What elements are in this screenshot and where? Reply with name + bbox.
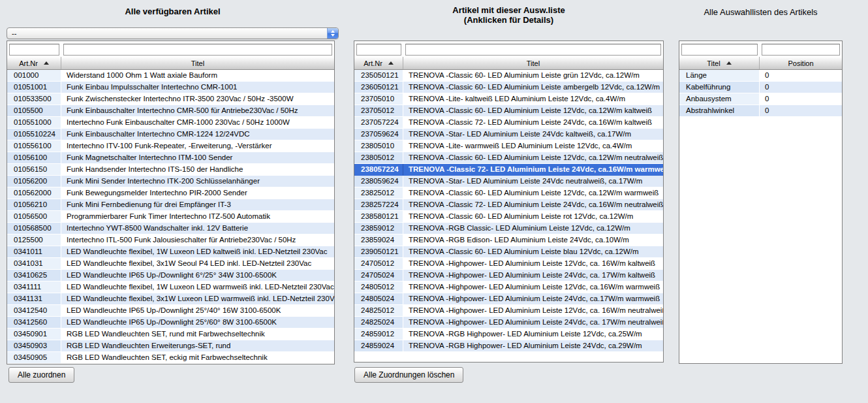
table-row[interactable]: 239050121TRENOVA -Classic 60- LED Alumin… bbox=[354, 246, 663, 258]
cell-titel: LED Wandleuchte IP65 Up-/Downlight 25°/4… bbox=[61, 305, 334, 317]
cell-titel: TRENOVA -Highpower- LED Aluminium Leiste… bbox=[403, 282, 663, 293]
table-row[interactable]: 24805012TRENOVA -Highpower- LED Aluminiu… bbox=[354, 282, 663, 293]
cell-artnr: 03410625 bbox=[7, 270, 61, 282]
filter-row bbox=[679, 41, 842, 57]
cell-titel: TRENOVA -RGB Classic- LED Aluminium Leis… bbox=[403, 223, 663, 234]
titel-filter-input[interactable] bbox=[63, 44, 332, 56]
table-row[interactable]: 238257224TRENOVA -Classic 72- LED Alumin… bbox=[354, 199, 663, 211]
cell-artnr: 010551000 bbox=[7, 117, 61, 129]
column-header-position[interactable]: Position bbox=[760, 57, 842, 69]
table-row[interactable]: 238580121TRENOVA -Classic 60- LED Alumin… bbox=[354, 211, 663, 223]
assign-all-button[interactable]: Alle zuordnen bbox=[8, 367, 74, 383]
table-row[interactable]: 24805024TRENOVA -Highpower- LED Aluminiu… bbox=[354, 293, 663, 305]
cell-artnr: 01051001 bbox=[7, 82, 61, 93]
table-row[interactable]: 238059624TRENOVA -Star- LED Aluminium Le… bbox=[354, 176, 663, 187]
table-row[interactable]: 0341031LED Wandleuchte flexibel, 3x1W Se… bbox=[7, 258, 334, 270]
table-row[interactable]: 23825012TRENOVA -Classic 60- LED Alumini… bbox=[354, 187, 663, 199]
artnr-filter-input[interactable] bbox=[9, 44, 59, 56]
table-row[interactable]: 24859024TRENOVA -RGB Highpower- LED Alum… bbox=[354, 340, 663, 352]
table-row[interactable]: 03412560LED Wandleuchte IP65 Up-/Downlig… bbox=[7, 317, 334, 329]
table-row[interactable]: 0105510224Funk Einbauschalter Intertechn… bbox=[7, 129, 334, 140]
column-header-titel[interactable]: Titel bbox=[679, 57, 760, 69]
cell-artnr: 23705012 bbox=[354, 105, 403, 117]
column-header-artnr[interactable]: Art.Nr bbox=[7, 57, 61, 69]
table-row[interactable]: 010562000Funk Bewegungsmelder Intertechn… bbox=[7, 187, 334, 199]
column-header-artnr[interactable]: Art.Nr bbox=[354, 57, 403, 69]
table-row[interactable]: 03450903RGB LED Wandleuchten Erweiterung… bbox=[7, 340, 334, 352]
table-row[interactable]: 0105500Funk Einbauschalter Intertechno C… bbox=[7, 105, 334, 117]
cell-titel: TRENOVA -Classic 72- LED Aluminium Leist… bbox=[403, 117, 663, 129]
cell-titel: RGB LED Wandleuchten SET, rund mit Farbw… bbox=[61, 329, 334, 340]
table-row[interactable]: 03410625LED Wandleuchte IP65 Up-/Downlig… bbox=[7, 270, 334, 282]
cell-titel: TRENOVA -Star- LED Aluminium Leiste 24Vd… bbox=[403, 176, 663, 187]
table-row[interactable]: 010556100Intertechno ITV-100 Funk-Repeat… bbox=[7, 140, 334, 152]
cell-titel: TRENOVA -Highpower- LED Aluminium Leiste… bbox=[403, 258, 663, 270]
table-row[interactable]: 03450905RGB LED Wandleuchten SET, eckig … bbox=[7, 352, 334, 364]
table-row[interactable]: 24705024TRENOVA -Highpower- LED Aluminiu… bbox=[354, 270, 663, 282]
table-row[interactable]: 24705012TRENOVA -Highpower- LED Aluminiu… bbox=[354, 258, 663, 270]
table-row[interactable]: 01056150Funk Handsender Intertechno ITS-… bbox=[7, 164, 334, 176]
table-row[interactable]: 01051001Funk Einbau Impulsschalter Inter… bbox=[7, 82, 334, 93]
table-row[interactable]: 23859024TRENOVA -RGB Edison- LED Alumini… bbox=[354, 234, 663, 246]
table-row[interactable]: 01056500Programmierbarer Funk Timer Inte… bbox=[7, 211, 334, 223]
cell-artnr: 23805010 bbox=[354, 140, 403, 152]
selection-lists-table: Titel Position Länge0Kabelführung0Anbaus… bbox=[679, 40, 843, 364]
table-row[interactable]: 24859012TRENOVA -RGB Highpower- LED Alum… bbox=[354, 329, 663, 340]
titel-filter-input[interactable] bbox=[405, 44, 661, 56]
table-row[interactable]: 238057224TRENOVA -Classic 72- LED Alumin… bbox=[354, 164, 663, 176]
table-row[interactable]: 23705010TRENOVA -Lite- kaltweiß LED Alum… bbox=[354, 93, 663, 105]
cell-artnr: 0125500 bbox=[7, 234, 61, 246]
cell-titel: RGB LED Wandleuchten Erweiterungs-SET, r… bbox=[61, 340, 334, 352]
table-row[interactable]: 23805010TRENOVA -Lite- warmweiß LED Alum… bbox=[354, 140, 663, 152]
table-row[interactable]: 010568500Intertechno YWT-8500 Wandschalt… bbox=[7, 223, 334, 234]
cell-position: 0 bbox=[760, 93, 842, 105]
table-row[interactable]: Länge0 bbox=[679, 70, 842, 82]
table-row[interactable]: 0341131LED Wandleuchte flexibel, 3x1W Lu… bbox=[7, 293, 334, 305]
table-row[interactable]: 235050121TRENOVA -Classic 60- LED Alumin… bbox=[354, 70, 663, 82]
table-row[interactable]: 01056100Funk Magnetschalter Intertechno … bbox=[7, 152, 334, 164]
artnr-filter-input[interactable] bbox=[356, 44, 401, 56]
category-dropdown[interactable]: -- bbox=[7, 27, 339, 39]
position-filter-input[interactable] bbox=[762, 44, 840, 56]
cell-artnr: 238057224 bbox=[354, 164, 403, 176]
cell-artnr: 03450901 bbox=[7, 329, 61, 340]
table-row[interactable]: 001000Widerstand 1000 Ohm 1 Watt axiale … bbox=[7, 70, 334, 82]
table-row[interactable]: 0341111LED Wandleuchte flexibel, 1W Luxe… bbox=[7, 282, 334, 293]
table-row[interactable]: 23805012TRENOVA -Classic 60- LED Alumini… bbox=[354, 152, 663, 164]
table-row[interactable]: 237057224TRENOVA -Classic 72- LED Alumin… bbox=[354, 117, 663, 129]
table-row[interactable]: Abstrahlwinkel0 bbox=[679, 105, 842, 117]
table-row[interactable]: 236050121TRENOVA -Classic 60- LED Alumin… bbox=[354, 82, 663, 93]
cell-titel: TRENOVA -Highpower- LED Aluminium Leiste… bbox=[403, 293, 663, 305]
table-row[interactable]: 24825024TRENOVA -Highpower- LED Aluminiu… bbox=[354, 317, 663, 329]
titel-filter-input[interactable] bbox=[681, 44, 758, 56]
table-row[interactable]: 01056200Funk Mini Sender Intertechno ITK… bbox=[7, 176, 334, 187]
table-row[interactable]: Kabelführung0 bbox=[679, 82, 842, 93]
table-row[interactable]: 23705012TRENOVA -Classic 60- LED Alumini… bbox=[354, 105, 663, 117]
table-row[interactable]: 010533500Funk Zwischenstecker Intertechn… bbox=[7, 93, 334, 105]
cell-titel: TRENOVA -Classic 60- LED Aluminium Leist… bbox=[403, 211, 663, 223]
cell-titel: Funk Einbauschalter Intertechno CMR-1224… bbox=[61, 129, 334, 140]
table-row[interactable]: 03450901RGB LED Wandleuchten SET, rund m… bbox=[7, 329, 334, 340]
cell-artnr: 0105500 bbox=[7, 105, 61, 117]
column-header-titel[interactable]: Titel bbox=[61, 57, 334, 69]
table-row[interactable]: 01056210Funk Mini Fernbedienung für drei… bbox=[7, 199, 334, 211]
table-row[interactable]: 010551000Intertechno Funk Einbauschalter… bbox=[7, 117, 334, 129]
cell-titel: TRENOVA -Lite- kaltweiß LED Aluminium Le… bbox=[403, 93, 663, 105]
table-row[interactable]: 23859012TRENOVA -RGB Classic- LED Alumin… bbox=[354, 223, 663, 234]
cell-artnr: 01056100 bbox=[7, 152, 61, 164]
cell-titel: TRENOVA -Highpower- LED Aluminium Leiste… bbox=[403, 270, 663, 282]
table-row[interactable]: 03412540LED Wandleuchte IP65 Up-/Downlig… bbox=[7, 305, 334, 317]
clear-all-assignments-button[interactable]: Alle Zuordnungen löschen bbox=[354, 367, 463, 383]
table-row[interactable]: 237059624TRENOVA -Star- LED Aluminium Le… bbox=[354, 129, 663, 140]
cell-titel: Anbausystem bbox=[679, 93, 760, 105]
table-row[interactable]: 0341011LED Wandleuchte flexibel, 1W Luxe… bbox=[7, 246, 334, 258]
table-row[interactable]: Anbausystem0 bbox=[679, 93, 842, 105]
table-row[interactable]: 24825012TRENOVA -Highpower- LED Aluminiu… bbox=[354, 305, 663, 317]
column-header-titel[interactable]: Titel bbox=[403, 57, 663, 69]
arrow-down-icon bbox=[331, 34, 335, 37]
table-row[interactable]: 0125500Intertechno ITL-500 Funk Jalousie… bbox=[7, 234, 334, 246]
cell-titel: Funk Zwischenstecker Intertechno ITR-350… bbox=[61, 93, 334, 105]
table-body: 235050121TRENOVA -Classic 60- LED Alumin… bbox=[354, 70, 663, 352]
cell-artnr: 24705024 bbox=[354, 270, 403, 282]
sort-asc-icon bbox=[388, 61, 394, 65]
